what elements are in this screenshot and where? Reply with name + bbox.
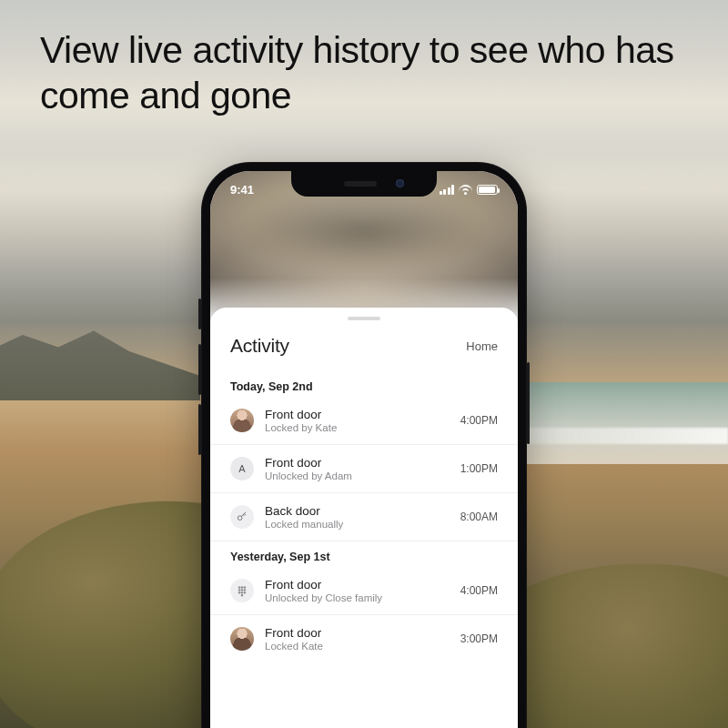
activity-row[interactable]: Back door Locked manually 8:00AM [210,493,518,541]
svg-point-4 [238,590,240,592]
activity-sheet: Activity Home Today, Sep 2nd Front door … [210,308,518,728]
phone-side-button [527,362,530,444]
sheet-grabber[interactable] [348,317,380,320]
phone-notch [291,171,437,197]
phone-side-button [198,344,201,395]
activity-desc: Unlocked by Close family [265,592,450,603]
svg-point-5 [241,590,243,592]
phone-side-button [198,404,201,455]
svg-point-9 [244,592,246,594]
sheet-header: Activity Home [210,331,518,371]
battery-icon [477,185,498,195]
activity-row[interactable]: Front door Locked Kate 3:00PM [210,615,518,662]
activity-door: Front door [265,408,450,421]
svg-point-1 [238,587,240,589]
promo-background: View live activity history to see who ha… [0,0,728,728]
section-label: Yesterday, Sep 1st [210,541,518,567]
activity-row[interactable]: Front door Unlocked by Close family 4:00… [210,567,518,615]
svg-point-10 [241,594,243,596]
activity-row[interactable]: A Front door Unlocked by Adam 1:00PM [210,445,518,493]
avatar [230,409,254,432]
svg-point-6 [244,590,246,592]
svg-point-7 [238,592,240,594]
activity-time: 8:00AM [460,511,498,523]
phone-screen: 9:41 Activity Home Today, Sep 2nd [210,171,518,728]
activity-time: 3:00PM [460,632,498,645]
keypad-icon [230,579,254,602]
cellular-icon [440,185,455,195]
activity-door: Front door [265,578,450,592]
activity-desc: Unlocked by Adam [265,470,450,481]
svg-point-2 [241,587,243,589]
avatar [230,627,254,651]
section-label: Today, Sep 2nd [210,371,518,397]
svg-point-3 [244,587,246,589]
activity-desc: Locked by Kate [265,422,450,433]
activity-door: Front door [265,626,450,640]
promo-headline: View live activity history to see who ha… [40,27,688,118]
activity-desc: Locked manually [265,519,450,530]
activity-time: 4:00PM [460,584,498,597]
avatar-initial: A [230,457,254,480]
sheet-title: Activity [230,335,289,357]
phone-side-button [198,298,201,329]
status-right [440,185,499,195]
svg-point-0 [238,516,242,521]
bg-mountain [0,318,200,400]
key-icon [230,505,254,529]
activity-door: Front door [265,456,450,470]
activity-time: 1:00PM [460,462,498,475]
activity-desc: Locked Kate [265,641,450,652]
activity-time: 4:00PM [460,414,498,427]
activity-door: Back door [265,504,450,518]
location-selector[interactable]: Home [466,339,498,353]
status-time: 9:41 [230,183,254,197]
wifi-icon [459,185,472,195]
phone-frame: 9:41 Activity Home Today, Sep 2nd [201,162,527,728]
activity-row[interactable]: Front door Locked by Kate 4:00PM [210,397,518,445]
svg-point-8 [241,592,243,594]
